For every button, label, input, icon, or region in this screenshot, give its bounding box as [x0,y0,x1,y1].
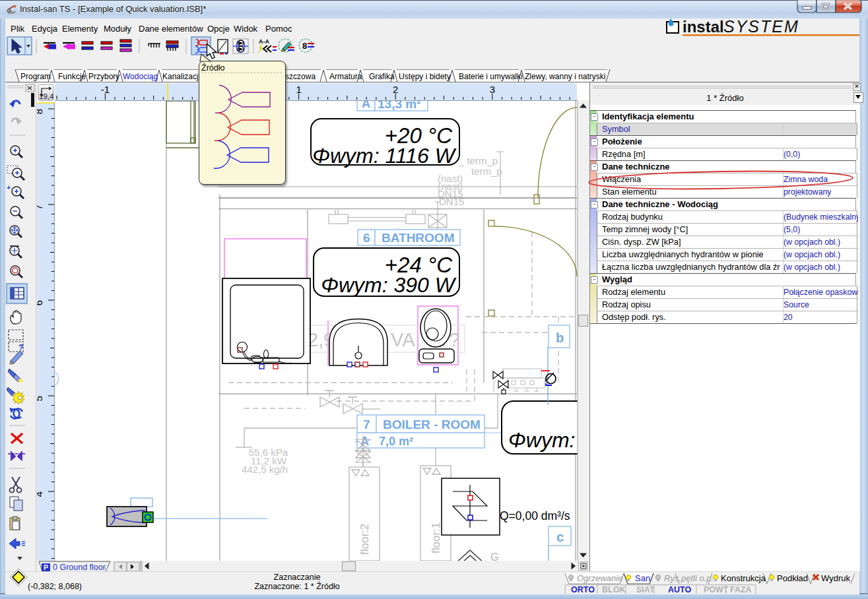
svg-text:b: b [556,331,564,345]
svg-text:Φwym:: Φwym: [508,428,575,452]
svg-text:BATHROOM: BATHROOM [382,231,454,245]
svg-text:8: 8 [302,41,307,51]
svg-text:Rys.pętli o.p.: Rys.pętli o.p. [664,573,714,583]
svg-text:Przybory: Przybory [88,72,119,81]
svg-text:POWT: POWT [704,585,729,594]
svg-text:Zlewy, wanny i natryski: Zlewy, wanny i natryski [525,72,605,81]
svg-text:19,4: 19,4 [39,92,54,100]
svg-text:SYSTEM: SYSTEM [723,18,799,36]
svg-text:Ustępy i bidety: Ustępy i bidety [399,72,451,81]
svg-text:_ term_p: _ term_p [458,155,498,166]
svg-text:5: 5 [37,396,44,401]
svg-text:0 Ground floor: 0 Ground floor [53,563,106,571]
svg-text:DN15: DN15 [439,196,464,207]
svg-text:Grafika: Grafika [369,72,395,81]
svg-text:6: 6 [363,231,370,245]
svg-text:Q=0,00 dm³/s: Q=0,00 dm³/s [500,509,570,522]
svg-text:floor:1: floor:1 [430,522,442,553]
svg-text:3: 3 [490,84,495,95]
svg-text:AUTO: AUTO [668,585,691,594]
svg-text:6: 6 [37,300,44,305]
svg-text:term_p: term_p [471,166,502,177]
svg-text:7: 7 [37,205,44,210]
svg-text:BOILER - ROOM: BOILER - ROOM [383,418,481,431]
svg-text:Wydruk: Wydruk [821,573,850,583]
svg-text:-1: -1 [101,84,110,95]
svg-text:instal: instal [683,18,724,36]
svg-text:floor:2: floor:2 [358,524,371,555]
svg-text:Armatura: Armatura [329,72,362,81]
svg-text:Podkład: Podkład [777,573,808,583]
svg-text:Φwym: 1116 W: Φwym: 1116 W [312,144,457,168]
svg-text:FAZA: FAZA [730,585,752,594]
svg-text:Konstrukcja: Konstrukcja [721,573,766,583]
svg-text:BLOK: BLOK [602,585,625,594]
svg-text:Program: Program [20,72,51,81]
svg-text:Φwym: 390 W: Φwym: 390 W [321,273,457,297]
svg-text:VA: VA [391,329,415,350]
svg-text:c: c [556,530,564,544]
svg-text:2: 2 [393,84,398,95]
svg-text:P: P [44,563,48,571]
svg-text:8: 8 [37,109,44,114]
svg-text:+: + [7,183,11,191]
svg-text:7,0 m²: 7,0 m² [379,435,413,448]
svg-text:Baterie i umywalki: Baterie i umywalki [459,72,523,81]
svg-text:ORTO: ORTO [571,585,595,594]
svg-text:SIAT: SIAT [636,585,655,594]
svg-text:4: 4 [37,491,44,497]
svg-text:Wodociąg: Wodociąg [123,72,158,81]
svg-text:Ogrzewanie: Ogrzewanie [577,573,622,583]
svg-text:Funkcje: Funkcje [58,72,86,81]
svg-text:A-A: A-A [259,38,269,45]
svg-text:442,5 kg/h: 442,5 kg/h [242,464,288,475]
svg-text:1: 1 [296,84,301,95]
svg-text:San: San [635,573,650,583]
svg-text:?: ? [18,343,23,352]
svg-text:7: 7 [363,418,370,431]
